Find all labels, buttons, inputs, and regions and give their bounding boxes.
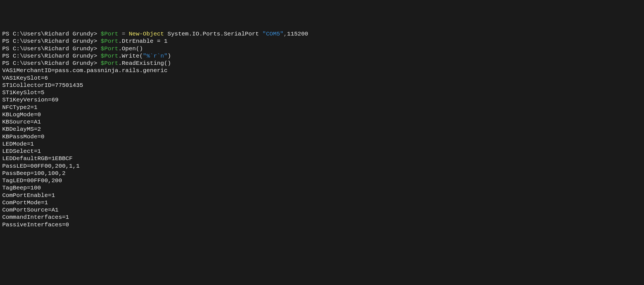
token-number: 115200 xyxy=(287,31,308,37)
output-line: TagLED=00FF00,200 xyxy=(2,177,642,184)
prompt: PS C:\Users\Richard Grundy> xyxy=(2,53,101,59)
output-line: LEDDefaultRGB=1EBBCF xyxy=(2,155,642,162)
token-variable: $Port xyxy=(101,46,118,52)
token-method: .Open() xyxy=(118,46,143,52)
token-variable: $Port xyxy=(101,60,118,66)
output-line: PassLED=00FF00,200,1,1 xyxy=(2,163,642,170)
token-operator: , xyxy=(283,31,287,37)
token-cmdlet: New-Object xyxy=(129,31,164,37)
output-line: ST1KeySlot=5 xyxy=(2,89,642,96)
token-variable: $Port xyxy=(101,31,118,37)
token-paren: ) xyxy=(167,53,171,59)
command-line: PS C:\Users\Richard Grundy> $Port.DtrEna… xyxy=(2,38,642,45)
output-line: LEDMode=1 xyxy=(2,141,642,148)
token-string: "COM5" xyxy=(263,31,284,37)
output-line: ComPortSource=A1 xyxy=(2,206,642,214)
output-line: LEDSelect=1 xyxy=(2,148,642,155)
prompt: PS C:\Users\Richard Grundy> xyxy=(2,31,101,37)
token-method: .ReadExisting() xyxy=(118,60,171,66)
prompt: PS C:\Users\Richard Grundy> xyxy=(2,46,101,52)
command-line: PS C:\Users\Richard Grundy> $Port = New-… xyxy=(2,30,642,38)
command-line: PS C:\Users\Richard Grundy> $Port.Write(… xyxy=(2,53,642,60)
token-type: System.IO.Ports.SerialPort xyxy=(164,31,263,37)
output-line: PassBeep=100,100,2 xyxy=(2,170,642,177)
output-line: ComPortMode=1 xyxy=(2,199,642,206)
token-method: .DtrEnable = xyxy=(118,38,164,44)
prompt: PS C:\Users\Richard Grundy> xyxy=(2,38,101,44)
terminal-output-area[interactable]: PS C:\Users\Richard Grundy> $Port = New-… xyxy=(2,30,642,229)
token-variable: $Port xyxy=(101,53,118,59)
output-line: KBLogMode=0 xyxy=(2,111,642,118)
output-line: KBSource=A1 xyxy=(2,118,642,126)
output-line: TagBeep=100 xyxy=(2,184,642,192)
token-operator: = xyxy=(118,31,129,37)
output-line: ST1CollectorID=77501435 xyxy=(2,82,642,89)
command-line: PS C:\Users\Richard Grundy> $Port.ReadEx… xyxy=(2,60,642,67)
output-line: CommandInterfaces=1 xyxy=(2,214,642,221)
token-method: .Write( xyxy=(118,53,143,59)
token-number: 1 xyxy=(164,38,168,44)
output-line: ST1KeyVersion=69 xyxy=(2,96,642,104)
prompt: PS C:\Users\Richard Grundy> xyxy=(2,60,101,66)
output-line: NFCType2=1 xyxy=(2,104,642,111)
output-line: VAS1KeySlot=6 xyxy=(2,75,642,82)
output-line: PassiveInterfaces=0 xyxy=(2,221,642,229)
command-line: PS C:\Users\Richard Grundy> $Port.Open() xyxy=(2,45,642,53)
output-line: VAS1MerchantID=pass.com.passninja.rails.… xyxy=(2,67,642,74)
output-line: ComPortEnable=1 xyxy=(2,192,642,199)
token-string: "%`r`n" xyxy=(143,53,167,59)
output-line: KBPassMode=0 xyxy=(2,133,642,141)
output-line: KBDelayMS=2 xyxy=(2,126,642,133)
token-variable: $Port xyxy=(101,38,118,44)
